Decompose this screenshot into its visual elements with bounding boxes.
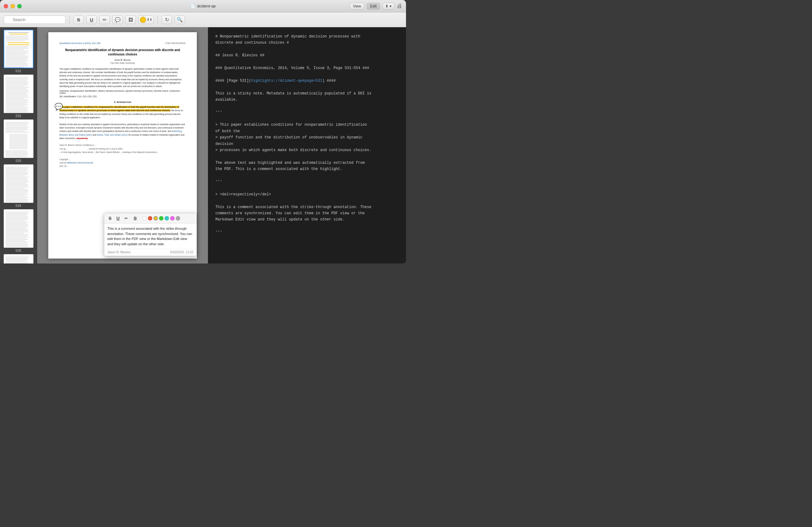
md-empty-3 [215, 71, 398, 77]
pdf-highlighted-text: This paper establishes conditions for no… [59, 106, 179, 112]
ann-underline-btn[interactable]: U [115, 215, 121, 222]
annotation-body: This is a comment associated with the st… [104, 224, 197, 249]
md-line-19: Markdown Edit view and they will update … [215, 216, 398, 223]
annotation-toolbar: S U ✏ 🗑 [104, 213, 197, 224]
page-num-533: 533 [15, 159, 21, 162]
md-line-5: This is a sticky note. Metadata is autom… [215, 90, 398, 97]
md-line-17: This is a comment associated with the st… [215, 204, 398, 210]
page-num-534: 534 [15, 204, 21, 208]
pdf-ack-text3: ...k Victor Aguirregabiria, Yaron Azriel… [59, 151, 158, 153]
color-gray[interactable] [176, 216, 180, 220]
minimize-button[interactable] [11, 4, 15, 8]
traffic-lights [4, 4, 21, 8]
sidebar-page-535[interactable]: 535 [3, 209, 34, 252]
annotation-popup: S U ✏ 🗑 This is a comment as [104, 213, 197, 256]
pdf-copyright: Copyright ...License Attribution-NonComm… [59, 158, 93, 168]
md-line-18: comments are synchronized. You can edit … [215, 210, 398, 216]
color-white[interactable] [142, 216, 147, 220]
zoom-button[interactable]: 🔍 [175, 15, 185, 24]
color-red[interactable] [148, 216, 152, 220]
comment-button[interactable]: 💬 [112, 15, 123, 24]
close-button[interactable] [4, 4, 8, 8]
color-picker-button[interactable]: ⬆⬇ [138, 15, 154, 24]
ann-color-swatches [142, 216, 180, 220]
pdf-title: Nonparametric identification of dynamic … [59, 48, 186, 57]
md-line-2: ## Jason R. Blevins ## [215, 52, 398, 58]
md-empty-5 [215, 103, 398, 109]
md-line-0: # Nonparametric identification of dynami… [215, 33, 398, 40]
page-thumb-532 [4, 75, 33, 113]
pdf-body-text3: and [92, 134, 97, 136]
md-empty-4 [215, 84, 398, 90]
sticky-note-icon[interactable]: 💬 [55, 103, 63, 111]
md-line-6: available. [215, 97, 398, 103]
sidebar-page-532[interactable]: 532 [3, 75, 34, 118]
md-line-4: #### [Page 531](highlights://dcident-qe#… [215, 78, 398, 84]
color-pink[interactable] [170, 216, 175, 220]
ann-delete-btn[interactable]: 🗑 [132, 215, 139, 222]
search-wrapper: 🔍 [4, 15, 66, 24]
md-line-9: of both the [215, 128, 398, 134]
color-green[interactable] [159, 216, 163, 220]
share-icon: ⬆ [385, 4, 388, 8]
toolbar-separator-2 [158, 15, 158, 24]
title-bar: 📄 dcident-qe View Edit ⬆ ▾ 🖨 [0, 0, 406, 12]
color-swatch [140, 17, 146, 23]
pdf-link-keane[interactable]: Keane, Todd, and Wolpin (2011) [97, 134, 128, 136]
md-empty-1 [215, 46, 398, 52]
image-button[interactable]: 🖼 [125, 15, 136, 24]
page-num-531: 531 [15, 69, 21, 73]
pdf-section-title: 1. Introduction [59, 101, 186, 103]
underline-button[interactable]: U [86, 15, 97, 24]
md-line-13: The above text was highlighted and was a… [215, 160, 398, 166]
md-line-14: the PDF. This is a comment associated wi… [215, 166, 398, 172]
pdf-body-text2: Models of this kind are routinely estima… [59, 123, 185, 132]
page-thumb-535 [4, 209, 33, 248]
md-line-20: *** [215, 229, 398, 235]
md-empty-7 [215, 153, 398, 159]
search-input[interactable] [4, 15, 66, 24]
pdf-doi: 1759-7331/20140531 [165, 42, 186, 44]
ann-pen-btn[interactable]: ✏ [123, 215, 129, 222]
pdf-body-text5: . [88, 137, 88, 139]
sidebar-page-534[interactable]: 534 [3, 165, 34, 208]
maximize-button[interactable] [17, 4, 21, 8]
pdf-keywords: Keywords. Nonparametric identification, … [59, 90, 186, 94]
share-button[interactable]: ⬆ ▾ [382, 3, 394, 10]
md-empty-11 [215, 223, 398, 229]
color-cyan[interactable] [165, 216, 169, 220]
view-button[interactable]: View [350, 3, 364, 10]
ann-strikethrough-btn[interactable]: S [107, 215, 113, 222]
strikethrough-button[interactable]: S [73, 15, 84, 24]
refresh-button[interactable]: ↻ [161, 15, 172, 24]
title-bar-right: View Edit ⬆ ▾ 🖨 [350, 3, 402, 10]
pdf-copyright-link[interactable]: Attribution-NonCommercial [67, 162, 93, 164]
annotation-text[interactable]: This is a comment associated with the st… [107, 226, 193, 246]
main-content: 531 [0, 27, 406, 264]
markdown-view[interactable]: # Nonparametric identification of dynami… [208, 27, 406, 264]
pdf-header: Quantitative Economics 5 (2014), 531–554… [59, 42, 186, 44]
page-thumb-533 [4, 119, 33, 158]
page-num-532: 532 [15, 114, 21, 118]
print-button[interactable]: 🖨 [397, 3, 402, 9]
color-yellow[interactable] [154, 216, 158, 220]
annotation-author: Jason R. Blevins [107, 251, 130, 254]
sidebar-page-533[interactable]: 533 [3, 119, 34, 162]
toolbar-separator-1 [69, 15, 70, 24]
md-line-10: > payoff function and the distribution o… [215, 134, 398, 141]
pdf-view: 💬 Quantitative Economics 5 (2014), 531–5… [37, 27, 208, 264]
document-icon: 📄 [190, 4, 195, 8]
md-line-16: > <del>respectively</del> [215, 191, 398, 198]
annotation-footer: Jason R. Blevins 6/10/2015, 11:52 [104, 249, 197, 256]
annotation-date: 6/10/2015, 11:52 [170, 251, 193, 254]
pdf-affiliation: The Ohio State University [59, 62, 186, 64]
sidebar-page-536[interactable]: 536 [3, 254, 34, 264]
pdf-abstract: This paper establishes conditions for no… [59, 67, 186, 88]
sidebar-page-531[interactable]: 531 [3, 30, 34, 73]
edit-button[interactable]: Edit [367, 3, 380, 10]
page-thumb-531 [4, 30, 33, 68]
highlight-button[interactable]: ✏ [99, 15, 110, 24]
page-thumb-534 [4, 165, 33, 203]
pdf-ack-text: Jason R. Blevins: blevins.1410@osu.e... [59, 144, 95, 146]
md-empty-10 [215, 198, 398, 204]
